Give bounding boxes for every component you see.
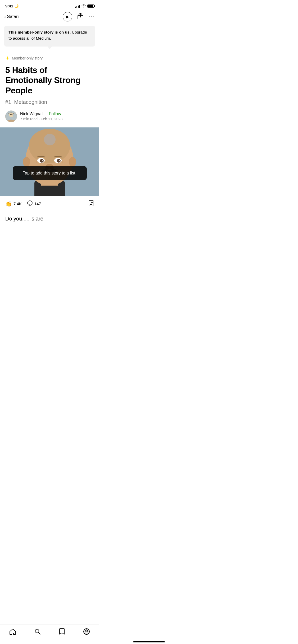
- author-name: Nick Wignall: [20, 112, 43, 116]
- back-label[interactable]: Safari: [7, 14, 19, 19]
- author-meta: 7 min read · Feb 11, 2023: [20, 117, 62, 121]
- moon-icon: 🌙: [14, 4, 19, 8]
- svg-point-14: [40, 159, 44, 163]
- status-bar: 9:41 🌙: [0, 0, 99, 10]
- teaser-text: Do you.....s are: [5, 216, 43, 222]
- publish-date: Feb 11, 2023: [41, 117, 63, 121]
- nav-bar: ‹ Safari ▶ ···: [0, 10, 99, 24]
- comment-count: 147: [34, 201, 41, 206]
- add-to-list-tooltip[interactable]: Tap to add this story to a list.: [13, 166, 87, 180]
- svg-point-16: [42, 160, 43, 161]
- member-banner: This member-only story is on us. Upgrade…: [4, 26, 95, 47]
- battery-icon: [87, 4, 94, 8]
- nav-back[interactable]: ‹ Safari: [4, 14, 19, 20]
- member-only-text: Member-only story: [12, 56, 43, 60]
- svg-point-2: [9, 113, 13, 117]
- article-subtitle: #1: Metacognition: [5, 99, 94, 105]
- svg-point-10: [23, 157, 30, 167]
- clap-item[interactable]: 👏 7.4K: [5, 201, 22, 207]
- engagement-bar: 👏 7.4K 147: [0, 196, 99, 211]
- tooltip-text: Tap to add this story to a list.: [18, 170, 82, 176]
- clap-icon: 👏: [5, 201, 12, 207]
- status-icons: [75, 4, 94, 8]
- star-icon: ✦: [5, 55, 10, 61]
- more-button[interactable]: ···: [89, 14, 95, 20]
- scroll-indicator: [44, 134, 56, 145]
- read-time: 7 min read: [20, 117, 38, 121]
- comment-item[interactable]: 147: [27, 200, 41, 207]
- meta-separator: ·: [39, 117, 41, 121]
- author-row: Nick Wignall · Follow 7 min read · Feb 1…: [5, 111, 94, 122]
- signal-icon: [75, 4, 80, 8]
- nav-right: ▶ ···: [63, 12, 95, 21]
- svg-point-4: [11, 114, 12, 115]
- play-button[interactable]: ▶: [63, 12, 72, 21]
- play-icon: ▶: [66, 15, 69, 19]
- svg-point-11: [69, 157, 76, 167]
- author-info: Nick Wignall · Follow 7 min read · Feb 1…: [20, 112, 62, 121]
- dot-separator: ·: [46, 112, 47, 116]
- back-arrow-icon[interactable]: ‹: [4, 14, 6, 20]
- bookmark-add-item[interactable]: [88, 200, 94, 208]
- article-title: 5 Habits of Emotionally Strong People: [5, 65, 94, 95]
- bookmark-add-icon[interactable]: [88, 200, 94, 208]
- author-name-row: Nick Wignall · Follow: [20, 112, 62, 116]
- svg-point-15: [57, 159, 61, 163]
- member-only-label: ✦ Member-only story: [5, 55, 94, 61]
- upgrade-link[interactable]: Upgrade: [72, 30, 87, 34]
- article-teaser: Do you.....s are: [0, 211, 99, 244]
- author-avatar: [5, 111, 17, 122]
- svg-point-3: [10, 114, 11, 115]
- share-button[interactable]: [78, 13, 83, 21]
- hero-image-face: [0, 127, 99, 196]
- status-time: 9:41 🌙: [5, 4, 19, 8]
- wifi-icon: [82, 4, 86, 8]
- comment-icon: [27, 200, 33, 207]
- clap-count: 7.4K: [13, 201, 22, 206]
- article-content: ✦ Member-only story 5 Habits of Emotiona…: [0, 49, 99, 122]
- svg-point-17: [59, 160, 60, 161]
- svg-point-21: [28, 201, 32, 205]
- hero-image: Tap to add this story to a list.: [0, 127, 99, 196]
- member-banner-text: This member-only story is on us. Upgrade…: [8, 30, 87, 40]
- follow-button[interactable]: Follow: [49, 112, 61, 116]
